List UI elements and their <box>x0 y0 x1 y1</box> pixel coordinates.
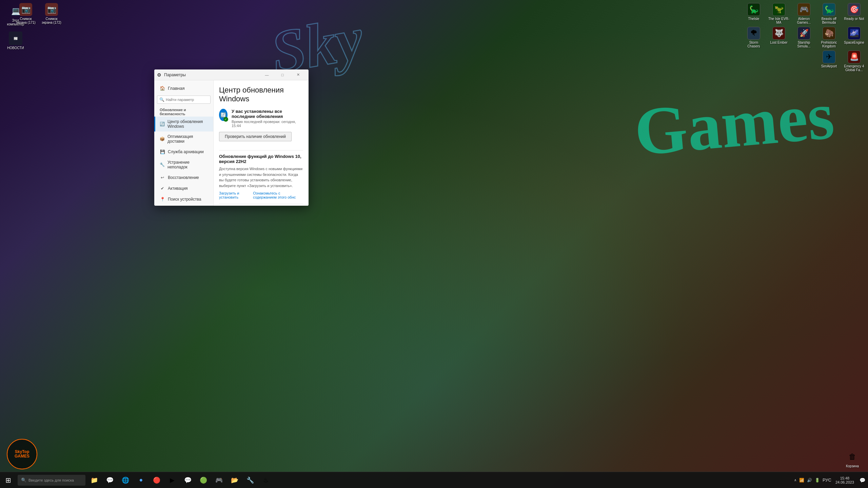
home-label: Главная <box>168 86 184 91</box>
storm-chasers-label: Storm Chasers <box>743 41 765 48</box>
desktop-icon-emergency[interactable]: 🚨 Emergency 4 Global Fa... <box>842 49 866 73</box>
desktop-icons-right-row2: 🌌 SpaceEngine 🦣 Prehistoric Kingdom 🚀 St… <box>742 25 866 49</box>
download-install-link[interactable]: Загрузить и установить <box>219 191 248 199</box>
windows-update-icon: 🔄 <box>160 121 165 127</box>
isle-evrima-label: The Isle EVR-MA <box>768 17 790 24</box>
taskbar-icon-app1[interactable]: 🔴 <box>149 473 164 488</box>
settings-sidebar: 🏠 Главная 🔍 Обновление и безопасность 🔄 … <box>154 80 214 206</box>
update-status-card: 🔄 ✓ У вас установлены все последние обно… <box>219 109 303 128</box>
settings-body: 🏠 Главная 🔍 Обновление и безопасность 🔄 … <box>154 80 309 206</box>
emergency-icon: 🚨 <box>848 50 861 63</box>
desktop-icon-recycle-bin[interactable]: 🗑 Корзина <box>840 449 865 469</box>
taskbar-icon-steam[interactable]: ♨ <box>258 473 273 488</box>
update-status-text: У вас установлены все последние обновлен… <box>232 109 303 128</box>
update-status-subtitle: Время последней проверки: сегодня, 15:44 <box>232 120 303 128</box>
settings-main: Центр обновления Windows 🔄 ✓ У вас устан… <box>214 80 309 206</box>
news-label: НОВОСТИ <box>7 46 24 50</box>
ready-or-not-icon: 🎯 <box>848 3 861 16</box>
desktop-icon-news[interactable]: 📰 НОВОСТИ <box>3 30 28 51</box>
desktop-icon-the-isle-evrima[interactable]: 🦖 The Isle EVR-MA <box>767 2 791 26</box>
simairport-icon: ✈ <box>823 50 835 63</box>
check-updates-button[interactable]: Проверить наличие обновлений <box>219 132 292 141</box>
tray-chevron[interactable]: ∧ <box>794 478 796 482</box>
sidebar-home[interactable]: 🏠 Главная <box>154 83 213 94</box>
search-input[interactable] <box>166 98 208 102</box>
troubleshoot-label: Устранение неполадок <box>167 160 208 169</box>
main-title: Центр обновления Windows <box>219 86 303 103</box>
minimize-button[interactable]: — <box>259 69 275 80</box>
taskbar: ⊞ 🔍 Введите здесь для поиска 📁 💬 🌐 ● 🔴 ▶… <box>0 472 868 488</box>
screen1-icon: 📷 <box>19 3 32 16</box>
sidebar-item-activation[interactable]: ✔ Активация <box>154 183 213 194</box>
beasts-label: Beasts off Bermuda <box>818 17 840 24</box>
desktop-icon-lost-ember[interactable]: 🐺 Lost Ember <box>767 25 791 49</box>
activation-icon: ✔ <box>160 186 165 191</box>
desktop-icon-screen1[interactable]: 📷 Снимок экрана (171) <box>14 2 38 26</box>
taskbar-icon-edge[interactable]: 🌐 <box>118 473 133 488</box>
taskbar-icon-cortana[interactable]: 💬 <box>102 473 117 488</box>
desktop-icon-prehistoric[interactable]: 🦣 Prehistoric Kingdom <box>817 25 841 49</box>
desktop-icon-ready-or-not[interactable]: 🎯 Ready or Not <box>842 2 866 26</box>
sidebar-item-troubleshoot[interactable]: 🔧 Устранение неполадок <box>154 157 213 172</box>
taskbar-icon-app5[interactable]: 🔧 <box>243 473 258 488</box>
desktop-icon-spacengine[interactable]: 🌌 SpaceEngine <box>842 25 866 49</box>
option-row-pause: ℹ Приостановить обновления на 7 дн. Для … <box>219 203 303 206</box>
alderon-label: Alderon Games... <box>793 17 815 24</box>
sidebar-item-recovery[interactable]: ↩ Восстановление <box>154 172 213 183</box>
close-button[interactable]: ✕ <box>290 69 306 80</box>
taskbar-icon-explorer[interactable]: 📁 <box>87 473 102 488</box>
taskbar-icon-app4[interactable]: 📂 <box>227 473 242 488</box>
desktop-icon-starship[interactable]: 🚀 Starship Simula... <box>792 25 816 49</box>
sidebar-item-windows-update[interactable]: 🔄 Центр обновления Windows <box>154 117 213 131</box>
tray-clock[interactable]: 15:48 24.06.2023 <box>833 476 857 484</box>
taskbar-search[interactable]: 🔍 Введите здесь для поиска <box>18 475 85 486</box>
desktop-icons-right-row1: 🎯 Ready or Not 🦕 Beasts off Bermuda 🎮 Al… <box>742 2 866 26</box>
feature-update-section: Обновление функций до Windows 10, версия… <box>219 154 303 199</box>
tray-language[interactable]: РУС <box>823 477 831 483</box>
taskbar-icon-discord[interactable]: 💬 <box>180 473 195 488</box>
desktop-icon-alderon[interactable]: 🎮 Alderon Games... <box>792 2 816 26</box>
taskbar-icon-chrome[interactable]: ● <box>134 473 149 488</box>
desktop-icon-screen2[interactable]: 📷 Снимок экрана (172) <box>39 2 64 26</box>
tray-icons: ∧ 📶 🔊 🔋 РУС <box>794 477 831 483</box>
learn-more-link[interactable]: Ознакомьтесь с содержанием этого обнс <box>253 191 303 199</box>
maximize-button[interactable]: □ <box>275 69 290 80</box>
settings-window-title: Параметры <box>164 73 259 77</box>
settings-window: ⚙ Параметры — □ ✕ 🏠 Главная 🔍 <box>154 69 309 206</box>
sidebar-search-box[interactable]: 🔍 <box>157 96 211 104</box>
spacengine-label: SpaceEngine <box>844 41 864 44</box>
lost-ember-icon: 🐺 <box>772 27 785 40</box>
skytop-text: SkyTopGAMES <box>15 450 29 459</box>
tray-network-icon: 📶 <box>799 478 804 483</box>
tray-volume-icon[interactable]: 🔊 <box>807 478 812 483</box>
update-status-title: У вас установлены все последние обновлен… <box>232 109 303 119</box>
divider-1 <box>219 150 303 150</box>
simairport-label: SimAirport <box>821 64 837 68</box>
screen1-label: Снимок экрана (171) <box>15 17 37 24</box>
sidebar-item-backup[interactable]: 💾 Служба архивации <box>154 146 213 157</box>
find-device-label: Поиск устройства <box>168 197 201 202</box>
screen2-icon: 📷 <box>45 3 58 16</box>
taskbar-icon-app2[interactable]: 🟢 <box>196 473 211 488</box>
news-icon: 📰 <box>9 32 22 45</box>
desktop-icon-storm-chasers[interactable]: 🌪 Storm Chasers <box>742 25 766 49</box>
tray-action-center[interactable]: 💬 <box>858 477 865 483</box>
desktop-icon-beasts[interactable]: 🦕 Beasts off Bermuda <box>817 2 841 26</box>
start-button[interactable]: ⊞ <box>0 472 16 488</box>
troubleshoot-icon: 🔧 <box>160 162 165 167</box>
sidebar-item-developers[interactable]: 👨‍💻 Для разработчиков <box>154 205 213 206</box>
screen2-label: Снимок экрана (172) <box>41 17 62 24</box>
desktop-icon-the-isle[interactable]: 🦕 TheIsle <box>742 2 766 26</box>
sidebar-item-find-device[interactable]: 📍 Поиск устройства <box>154 194 213 205</box>
settings-titlebar: ⚙ Параметры — □ ✕ <box>154 69 309 80</box>
start-icon: ⊞ <box>5 476 11 484</box>
taskbar-icon-media[interactable]: ▶ <box>165 473 180 488</box>
feature-update-desc: Доступна версия Windows с новыми функция… <box>219 166 303 188</box>
find-device-icon: 📍 <box>160 197 165 202</box>
sidebar-section-title: Обновление и безопасность <box>154 106 213 117</box>
desktop-icon-simairport[interactable]: ✈ SimAirport <box>817 49 841 73</box>
sidebar-item-delivery[interactable]: 📦 Оптимизация доставки <box>154 131 213 146</box>
emergency-label: Emergency 4 Global Fa... <box>843 64 865 72</box>
taskbar-tray: ∧ 📶 🔊 🔋 РУС 15:48 24.06.2023 💬 <box>794 476 868 484</box>
taskbar-icon-app3[interactable]: 🎮 <box>212 473 226 488</box>
